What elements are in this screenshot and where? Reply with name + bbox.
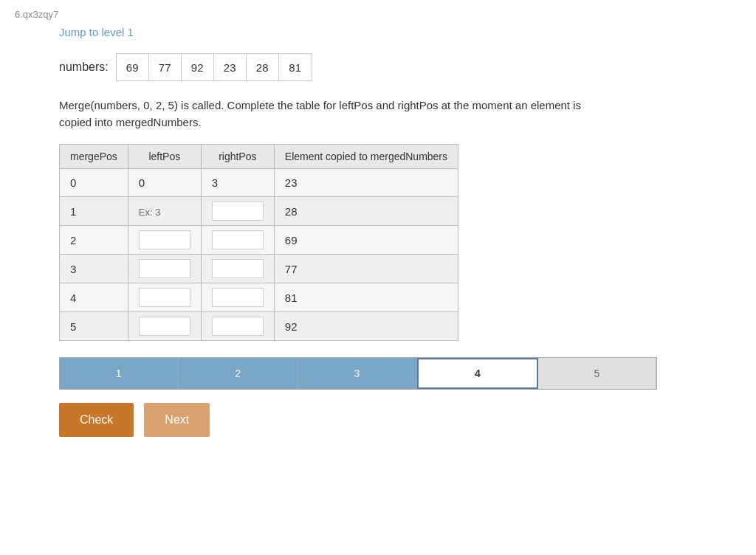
cell-element: 28 (274, 197, 458, 226)
cell-rightpos[interactable] (201, 255, 274, 283)
col-header-element: Element copied to mergedNumbers (274, 145, 458, 169)
next-button[interactable]: Next (144, 403, 210, 437)
cell-mergepos: 5 (60, 312, 128, 341)
col-header-rightpos: rightPos (201, 145, 274, 169)
number-cell: 92 (182, 54, 214, 80)
table-row: 269 (60, 226, 458, 255)
cell-leftpos[interactable] (128, 226, 201, 255)
progress-bar: 12345 (59, 357, 657, 390)
number-cells: 697792232881 (116, 53, 312, 81)
cell-rightpos: 3 (201, 169, 274, 197)
number-cell: 28 (247, 54, 279, 80)
rightpos-input[interactable] (212, 201, 264, 221)
col-header-leftpos: leftPos (128, 145, 201, 169)
rightpos-input[interactable] (212, 259, 264, 278)
tab-id: 6.qx3zqy7 (15, 9, 741, 20)
cell-leftpos: Ex: 3 (128, 197, 201, 226)
merge-table: mergePos leftPos rightPos Element copied… (59, 144, 458, 341)
leftpos-input[interactable] (139, 317, 190, 336)
rightpos-input[interactable] (212, 230, 264, 249)
progress-segment-2[interactable]: 2 (179, 358, 298, 389)
table-row: 481 (60, 283, 458, 312)
number-cell: 81 (279, 54, 312, 80)
cell-mergepos: 4 (60, 283, 128, 312)
progress-segment-3[interactable]: 3 (298, 358, 417, 389)
jump-link[interactable]: Jump to level 1 (59, 26, 134, 38)
cell-mergepos: 0 (60, 169, 128, 197)
cell-leftpos[interactable] (128, 312, 201, 341)
leftpos-input[interactable] (139, 288, 190, 307)
cell-element: 81 (274, 283, 458, 312)
cell-mergepos: 1 (60, 197, 128, 226)
table-row: 592 (60, 312, 458, 341)
cell-leftpos: 0 (128, 169, 201, 197)
cell-leftpos[interactable] (128, 283, 201, 312)
cell-element: 23 (274, 169, 458, 197)
numbers-label: numbers: (59, 61, 109, 74)
description: Merge(numbers, 0, 2, 5) is called. Compl… (59, 97, 613, 131)
progress-segment-4[interactable]: 4 (417, 358, 537, 389)
progress-segment-5[interactable]: 5 (538, 358, 656, 389)
example-value: Ex: 3 (139, 207, 161, 218)
cell-rightpos[interactable] (201, 197, 274, 226)
cell-mergepos: 2 (60, 226, 128, 255)
rightpos-input[interactable] (212, 317, 264, 336)
cell-mergepos: 3 (60, 255, 128, 283)
col-header-mergepos: mergePos (60, 145, 128, 169)
number-cell: 77 (149, 54, 182, 80)
table-row: 1Ex: 328 (60, 197, 458, 226)
leftpos-input[interactable] (139, 230, 190, 249)
cell-rightpos[interactable] (201, 283, 274, 312)
cell-element: 92 (274, 312, 458, 341)
number-cell: 69 (117, 54, 149, 80)
progress-segment-1[interactable]: 1 (60, 358, 179, 389)
number-cell: 23 (214, 54, 247, 80)
leftpos-input[interactable] (139, 259, 190, 278)
merge-table-wrap: mergePos leftPos rightPos Element copied… (59, 144, 741, 341)
cell-rightpos[interactable] (201, 226, 274, 255)
cell-leftpos[interactable] (128, 255, 201, 283)
table-row: 00323 (60, 169, 458, 197)
cell-element: 69 (274, 226, 458, 255)
check-button[interactable]: Check (59, 403, 134, 437)
cell-element: 77 (274, 255, 458, 283)
rightpos-input[interactable] (212, 288, 264, 307)
cell-rightpos[interactable] (201, 312, 274, 341)
table-row: 377 (60, 255, 458, 283)
